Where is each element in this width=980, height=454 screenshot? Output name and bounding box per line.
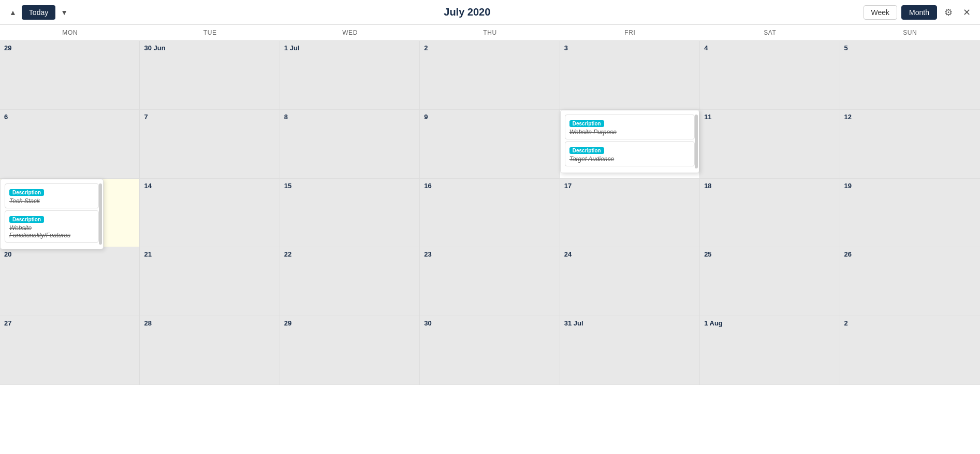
prev-chevron-button[interactable]: ▲ [6,6,20,19]
calendar-cell-22[interactable]: 22 [280,247,420,316]
header-right: Week Month ⚙ ✕ [864,5,974,20]
cell-date: 26 [844,250,976,258]
day-headers-row: MON TUE WED THU FRI SAT SUN [0,25,980,41]
today-button[interactable]: Today [22,5,55,20]
cell-date: 1 Jul [284,44,415,52]
cell-date: 2 [844,319,976,327]
day-header-sat: SAT [700,25,840,40]
calendar-cell-2-next[interactable]: 2 [840,316,980,385]
day-header-wed: WED [280,25,420,40]
calendar-cell-28[interactable]: 28 [140,316,280,385]
cell-date: 11 [704,113,835,121]
calendar-cell-2[interactable]: 2 [420,41,560,110]
calendar-cell-4[interactable]: 4 [700,41,840,110]
event-title: Website Purpose [569,129,690,136]
event-title: Target Audience [569,155,690,163]
calendar-cell-13[interactable]: 13 3 items Description Tech Stack Descri… [0,179,140,248]
popup-scrollbar[interactable] [695,115,698,168]
cell-date: 28 [144,319,275,327]
event-title: Website Functionality/Features [9,224,94,239]
settings-button[interactable]: ⚙ [941,5,956,20]
calendar-cell-29[interactable]: 29 [280,316,420,385]
calendar-cell-27[interactable]: 27 [0,316,140,385]
cell-date: 23 [424,250,555,258]
event-card[interactable]: Description Tech Stack [5,183,99,208]
header-left: ▲ Today ▼ [6,5,71,20]
calendar-cell-21[interactable]: 21 [140,247,280,316]
cell-date: 21 [144,250,275,258]
cell-date: 29 [284,319,415,327]
cell-date: 24 [564,250,695,258]
cell-date: 31 Jul [564,319,695,327]
day-header-tue: TUE [140,25,280,40]
cell-date: 14 [144,182,275,190]
event-tag: Description [569,147,604,154]
event-tag: Description [9,189,44,196]
event-card[interactable]: Description Target Audience [565,141,695,166]
week-view-button[interactable]: Week [864,5,898,20]
cell-date: 29 [4,44,135,52]
calendar-header: ▲ Today ▼ July 2020 Week Month ⚙ ✕ [0,0,980,25]
calendar-cell-7[interactable]: 7 [140,110,280,179]
calendar-cell-17[interactable]: 17 [560,179,700,248]
next-chevron-button[interactable]: ▼ [57,6,71,19]
calendar-cell-12[interactable]: 12 [840,110,980,179]
cell-date: 6 [4,113,135,121]
cell-date: 15 [284,182,415,190]
calendar-cell-15[interactable]: 15 [280,179,420,248]
calendar-cell-18[interactable]: 18 [700,179,840,248]
cell-date: 2 [424,44,555,52]
cell-date: 30 Jun [144,44,275,52]
event-card[interactable]: Description Website Functionality/Featur… [5,210,99,243]
cell-date: 9 [424,113,555,121]
calendar-cell-9[interactable]: 9 [420,110,560,179]
cell-date: 16 [424,182,555,190]
cell-date: 3 [564,44,695,52]
calendar-cell-14[interactable]: 14 [140,179,280,248]
cell-date: 25 [704,250,835,258]
calendar-cell-1aug[interactable]: 1 Aug [700,316,840,385]
event-tag: Description [9,216,44,223]
popup-scrollbar[interactable] [99,183,102,245]
calendar-cell-30jun[interactable]: 30 Jun [140,41,280,110]
day-header-sun: SUN [840,25,980,40]
calendar-cell-1jul[interactable]: 1 Jul [280,41,420,110]
calendar-title: July 2020 [444,6,490,18]
calendar-cell-30[interactable]: 30 [420,316,560,385]
calendar-cell-6[interactable]: 6 [0,110,140,179]
calendar-cell-29-prev[interactable]: 29 [0,41,140,110]
cell-date: 27 [4,319,135,327]
calendar-cell-24[interactable]: 24 [560,247,700,316]
cell-date: 7 [144,113,275,121]
day10-popup: Description Website Purpose Description … [560,110,699,173]
calendar-cell-11[interactable]: 11 [700,110,840,179]
calendar-cell-23[interactable]: 23 [420,247,560,316]
calendar-app: ▲ Today ▼ July 2020 Week Month ⚙ ✕ MON T… [0,0,980,454]
month-view-button[interactable]: Month [901,5,937,20]
day-header-fri: FRI [560,25,700,40]
calendar-grid: 29 30 Jun 1 Jul 2 3 4 5 6 7 8 9 [0,41,980,454]
calendar-cell-10[interactable]: 10 2 items Description Website Purpose D… [560,110,700,179]
event-card[interactable]: Description Website Purpose [565,115,695,139]
cell-date: 19 [844,182,976,190]
cell-date: 8 [284,113,415,121]
close-button[interactable]: ✕ [960,5,974,20]
cell-date: 12 [844,113,976,121]
day13-popup: Description Tech Stack Description Websi… [0,179,104,249]
calendar-cell-8[interactable]: 8 [280,110,420,179]
calendar-cell-20[interactable]: 20 [0,247,140,316]
cell-date: 22 [284,250,415,258]
event-title: Tech Stack [9,197,94,205]
calendar-cell-31jul[interactable]: 31 Jul [560,316,700,385]
calendar-cell-26[interactable]: 26 [840,247,980,316]
cell-date: 30 [424,319,555,327]
cell-date: 4 [704,44,835,52]
calendar-cell-25[interactable]: 25 [700,247,840,316]
calendar-cell-3[interactable]: 3 [560,41,700,110]
event-tag: Description [569,120,604,127]
cell-date: 20 [4,250,135,258]
calendar-cell-16[interactable]: 16 [420,179,560,248]
calendar-cell-19[interactable]: 19 [840,179,980,248]
calendar-cell-5[interactable]: 5 [840,41,980,110]
day-header-thu: THU [420,25,560,40]
